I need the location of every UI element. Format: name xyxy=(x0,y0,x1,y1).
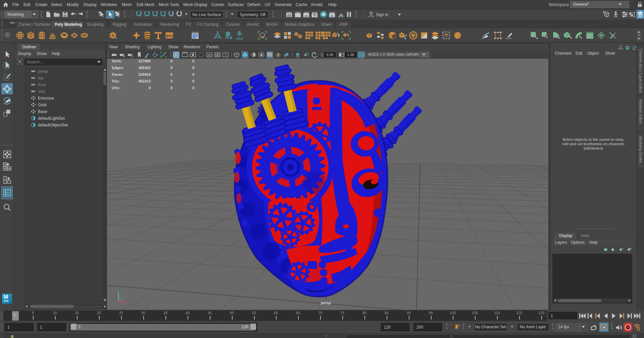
svg-text:IPR: IPR xyxy=(304,15,308,17)
svg-text:SVG: SVG xyxy=(166,34,173,38)
svg-text:ON: ON xyxy=(359,53,363,56)
svg-text:0,0,0: 0,0,0 xyxy=(236,37,243,40)
svg-text:T: T xyxy=(225,54,227,57)
svg-text:x: x xyxy=(125,301,127,304)
svg-text:z: z xyxy=(122,294,124,297)
svg-text:y: y xyxy=(117,290,119,293)
